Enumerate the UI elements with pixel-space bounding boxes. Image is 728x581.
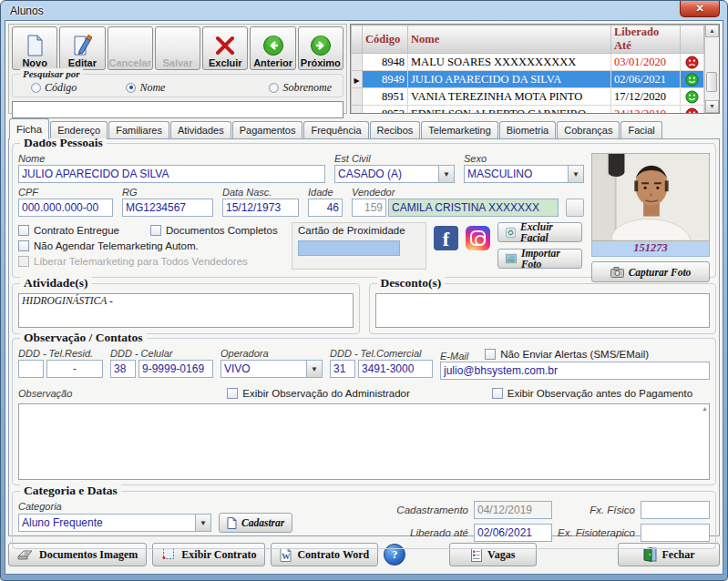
radio-nome-control[interactable]: [126, 83, 136, 93]
tab-cobrancas[interactable]: Cobranças: [557, 121, 620, 138]
table-row[interactable]: 8952 EDNELSON ALBERTO CARNEIRO 24/12/201…: [352, 106, 704, 115]
rg-field[interactable]: [122, 199, 213, 217]
est-civil-select[interactable]: CASADO (A) ▼: [334, 165, 455, 183]
tab-telemarketing[interactable]: Telemarketing: [421, 121, 497, 138]
fx-fisico-field[interactable]: [641, 501, 710, 519]
chevron-down-icon[interactable]: ▼: [195, 515, 210, 531]
chevron-down-icon[interactable]: ▼: [438, 166, 454, 182]
col-codigo[interactable]: Código: [363, 25, 408, 54]
descontos-memo[interactable]: [375, 293, 711, 328]
atividades-group: Atividade(s) HIDROGINÁSTICA -: [12, 283, 360, 334]
tab-recibos[interactable]: Recibos: [370, 121, 421, 138]
observacao-memo[interactable]: [18, 403, 710, 480]
radio-codigo[interactable]: Código: [31, 81, 77, 95]
exibir-obs-pagamento-checkbox[interactable]: Exibir Observação antes do Pagamento: [492, 385, 692, 401]
cadastramento-field: [474, 501, 552, 519]
vendedor-code-field[interactable]: [352, 199, 386, 217]
capturar-foto-button[interactable]: Capturar Foto: [591, 261, 710, 282]
tab-pagamentos[interactable]: Pagamentos: [232, 121, 303, 138]
vendedor-name-field[interactable]: [388, 199, 559, 217]
grid-scrollbar[interactable]: ▲ ▼: [704, 25, 719, 113]
camera-icon: [610, 267, 624, 278]
excluir-label: Excluir: [209, 57, 242, 68]
celular-ddd-field[interactable]: [110, 360, 136, 378]
tel-comercial-label: DDD - Tel.Comercial: [330, 348, 433, 359]
radio-sobrenome-label: Sobrenome: [282, 81, 332, 95]
cadastrar-button[interactable]: Cadastrar: [219, 513, 292, 533]
radio-codigo-control[interactable]: [31, 83, 41, 93]
editar-button[interactable]: Editar: [59, 26, 105, 70]
pesquisar-caption: Pesquisar por: [20, 68, 83, 79]
cpf-label: CPF: [18, 187, 113, 198]
radio-nome[interactable]: Nome: [126, 81, 165, 95]
row-indicator: [352, 106, 363, 115]
table-row-selected[interactable]: 8949 JULIO APARECIDO DA SILVA 02/06/2021: [352, 71, 704, 88]
dados-pessoais-group: Dados Pessoais Nome Est Civil CASADO (: [12, 143, 716, 278]
cartao-proximidade-label: Cartão de Proximidade: [298, 225, 420, 236]
proximo-label: Próximo: [301, 57, 341, 68]
sexo-label: Sexo: [464, 153, 584, 164]
categoria-select[interactable]: Aluno Frequente ▼: [18, 514, 211, 532]
col-liberado[interactable]: Liberado Até: [611, 25, 681, 54]
atividades-memo[interactable]: HIDROGINÁSTICA -: [18, 293, 354, 328]
tel-comercial-field[interactable]: [358, 360, 433, 378]
cartao-proximidade-field[interactable]: [298, 240, 400, 256]
nao-agendar-telemarketing-checkbox[interactable]: Não Agendar Telemarketing Autom.: [18, 238, 284, 253]
tab-frequencia[interactable]: Frequência: [303, 121, 368, 138]
nome-field[interactable]: [18, 165, 325, 183]
descontos-caption: Desconto(s): [377, 276, 446, 290]
tab-familiares[interactable]: Familiares: [108, 121, 169, 138]
instagram-icon[interactable]: [466, 226, 490, 250]
radio-nome-label: Nome: [139, 81, 165, 95]
proximo-button[interactable]: Próximo: [298, 26, 343, 70]
red-x-icon: [215, 34, 235, 57]
tab-ficha[interactable]: Ficha: [9, 118, 49, 139]
celular-field[interactable]: [138, 360, 213, 378]
tab-endereco[interactable]: Endereço: [50, 121, 108, 138]
exibir-obs-admin-checkbox[interactable]: Exibir Observação do Administrador: [227, 385, 409, 401]
idade-field[interactable]: [308, 199, 343, 217]
tab-atividades[interactable]: Atividades: [170, 121, 231, 138]
data-nasc-field[interactable]: [222, 199, 299, 217]
documentos-completos-checkbox[interactable]: [150, 225, 161, 236]
vendedor-lookup-button[interactable]: [566, 199, 584, 217]
tab-facial[interactable]: Facial: [620, 121, 661, 138]
radio-sobrenome[interactable]: Sobrenome: [269, 81, 332, 95]
close-button[interactable]: ✕: [680, 1, 720, 17]
scroll-down-icon[interactable]: ▼: [705, 100, 719, 113]
salvar-label: Salvar: [162, 57, 192, 68]
tab-biometria[interactable]: Biometria: [499, 121, 556, 138]
memo-scroll-icon[interactable]: ▲: [702, 405, 708, 412]
email-field[interactable]: [440, 362, 710, 380]
anterior-button[interactable]: Anterior: [250, 26, 295, 70]
nao-enviar-alertas-checkbox[interactable]: Não Enviar Alertas (SMS/EMail): [485, 348, 649, 361]
operadora-select[interactable]: VIVO ▼: [220, 360, 323, 378]
novo-button[interactable]: Novo: [12, 26, 57, 70]
col-nome[interactable]: Nome: [408, 25, 611, 54]
sexo-select[interactable]: MASCULINO ▼: [464, 165, 584, 183]
radio-codigo-label: Código: [45, 81, 77, 95]
facebook-icon[interactable]: f: [434, 226, 458, 250]
green-right-arrow-icon: [310, 34, 332, 57]
tel-resid-ddd-field[interactable]: [18, 360, 44, 378]
excluir-button[interactable]: Excluir: [202, 26, 248, 70]
new-document-icon: [227, 517, 237, 529]
radio-sobrenome-control[interactable]: [269, 83, 279, 93]
chevron-down-icon[interactable]: ▼: [568, 166, 583, 182]
cpf-field[interactable]: [18, 199, 113, 217]
scroll-up-icon[interactable]: ▲: [705, 25, 719, 37]
liberado-ate-field[interactable]: [474, 524, 552, 542]
word-document-icon: W: [280, 548, 292, 562]
excluir-facial-button[interactable]: Excluir Facial: [497, 222, 582, 242]
importar-foto-button[interactable]: Importar Foto: [497, 249, 582, 269]
chevron-down-icon[interactable]: ▼: [306, 361, 322, 377]
tel-resid-field[interactable]: [46, 360, 103, 378]
tel-comercial-ddd-field[interactable]: [330, 360, 355, 378]
scroll-thumb[interactable]: [706, 72, 717, 92]
titlebar[interactable]: Alunos ✕: [5, 1, 723, 20]
cadastramento-label: Cadastramento: [396, 505, 468, 515]
ex-fisioterapico-field[interactable]: [641, 524, 710, 542]
table-row[interactable]: 8951 VANIA TEREZINHA MOTA PINTO 17/12/20…: [352, 88, 704, 106]
contrato-entregue-checkbox[interactable]: Contrato Entregue Documentos Completos: [18, 222, 284, 238]
table-row[interactable]: 8948 MALU SOARES XXXXXXXXXX 03/01/2020: [352, 54, 704, 71]
